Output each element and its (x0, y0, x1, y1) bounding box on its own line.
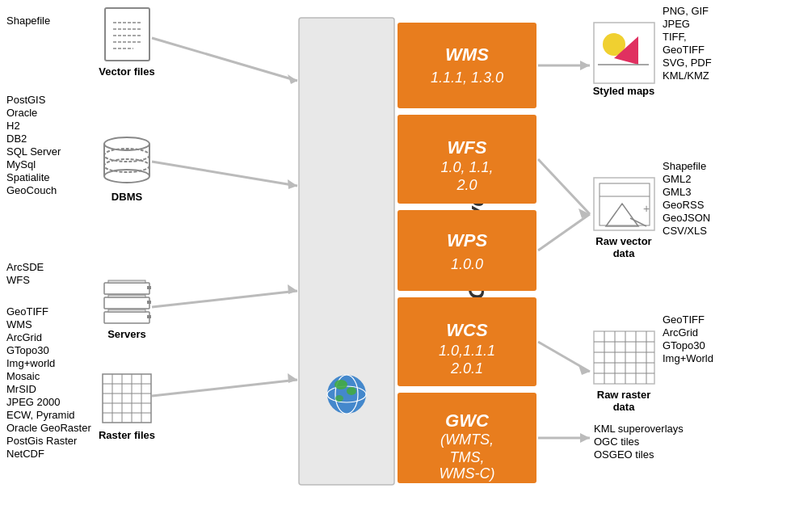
svg-text:GeoRSS: GeoRSS (663, 199, 705, 211)
svg-line-58 (152, 162, 297, 186)
svg-marker-63 (288, 373, 297, 383)
svg-text:Img+World: Img+World (663, 352, 713, 364)
svg-marker-99 (580, 433, 590, 443)
svg-rect-125 (594, 331, 654, 384)
svg-text:Servers: Servers (107, 328, 146, 340)
svg-rect-38 (104, 297, 149, 309)
svg-text:CSV/XLS: CSV/XLS (663, 225, 707, 237)
svg-text:GTopo30: GTopo30 (663, 339, 705, 351)
svg-text:(WMTS,: (WMTS, (440, 431, 494, 448)
svg-text:GML3: GML3 (663, 186, 691, 198)
svg-line-93 (538, 159, 590, 214)
svg-text:H2: H2 (6, 120, 20, 132)
svg-text:2.0.1: 2.0.1 (450, 360, 483, 377)
svg-text:GTopo30: GTopo30 (6, 344, 49, 356)
svg-text:WFS: WFS (6, 274, 30, 286)
svg-text:Mosaic: Mosaic (6, 370, 40, 382)
svg-text:MySql: MySql (6, 158, 36, 170)
svg-text:MrSID: MrSID (6, 383, 36, 395)
svg-text:OSGEO tiles: OSGEO tiles (594, 448, 654, 461)
svg-text:JPEG: JPEG (663, 18, 690, 30)
svg-text:GeoTIFF: GeoTIFF (663, 314, 705, 326)
svg-text:ArcGrid: ArcGrid (6, 331, 42, 343)
svg-text:Raster files: Raster files (99, 429, 155, 441)
svg-rect-39 (108, 295, 145, 297)
svg-rect-44 (147, 315, 151, 318)
svg-text:Img+world: Img+world (6, 357, 55, 369)
svg-rect-112 (600, 183, 650, 225)
svg-text:2.0: 2.0 (456, 177, 477, 193)
svg-text:KML/KMZ: KML/KMZ (663, 69, 709, 82)
svg-text:1.0,1.1.1: 1.0,1.1.1 (439, 343, 495, 359)
svg-text:WFS: WFS (448, 137, 487, 158)
svg-text:1.1.1, 1.3.0: 1.1.1, 1.3.0 (431, 69, 503, 86)
svg-text:PNG, GIF: PNG, GIF (663, 5, 709, 17)
svg-text:DBMS: DBMS (111, 191, 143, 203)
svg-point-68 (334, 380, 347, 389)
svg-text:SQL Server: SQL Server (6, 145, 61, 158)
svg-marker-59 (288, 179, 297, 189)
svg-text:TIFF,: TIFF, (663, 31, 687, 43)
svg-text:NetCDF: NetCDF (6, 448, 44, 460)
svg-text:Styled maps: Styled maps (593, 85, 655, 97)
diagram-container: Shapefile PostGIS Oracle H2 DB2 SQL Serv… (0, 0, 812, 505)
svg-text:1.0, 1.1,: 1.0, 1.1, (440, 159, 493, 175)
svg-line-56 (152, 38, 297, 81)
svg-rect-37 (108, 280, 145, 283)
svg-text:+: + (643, 202, 650, 215)
svg-text:WMS: WMS (445, 44, 489, 65)
svg-text:Oracle: Oracle (6, 107, 37, 119)
svg-text:JPEG 2000: JPEG 2000 (6, 396, 61, 408)
svg-text:KML superoverlays: KML superoverlays (594, 423, 684, 435)
svg-text:Raw raster: Raw raster (597, 389, 650, 401)
svg-line-96 (538, 342, 590, 372)
svg-text:ECW, Pyramid: ECW, Pyramid (6, 409, 75, 421)
svg-text:PostGis Raster: PostGis Raster (6, 435, 78, 447)
svg-text:1.0.0: 1.0.0 (451, 256, 483, 272)
svg-text:WPS: WPS (447, 230, 487, 250)
svg-rect-64 (299, 18, 394, 485)
svg-text:Vector files: Vector files (99, 65, 154, 78)
svg-text:Raw vector: Raw vector (595, 235, 651, 247)
shapefile-label: Shapefile (6, 15, 50, 27)
svg-text:GML2: GML2 (663, 173, 691, 185)
svg-marker-61 (288, 284, 297, 294)
svg-text:Oracle GeoRaster: Oracle GeoRaster (6, 422, 91, 434)
svg-text:GeoTIFF: GeoTIFF (663, 44, 705, 56)
svg-rect-79 (398, 210, 536, 291)
svg-line-95 (538, 214, 590, 250)
svg-text:GeoTIFF: GeoTIFF (6, 305, 48, 318)
svg-text:WMS-C): WMS-C) (440, 465, 495, 482)
svg-line-60 (152, 291, 297, 307)
svg-rect-41 (108, 309, 145, 312)
svg-rect-46 (103, 374, 151, 423)
svg-text:data: data (613, 401, 636, 413)
svg-point-70 (335, 395, 343, 402)
svg-line-62 (152, 380, 297, 396)
svg-rect-22 (105, 8, 149, 61)
svg-text:SVG, PDF: SVG, PDF (663, 57, 712, 69)
svg-text:GeoJSON: GeoJSON (663, 212, 710, 224)
svg-text:DB2: DB2 (6, 133, 27, 145)
svg-text:WMS: WMS (6, 318, 32, 330)
svg-text:data: data (613, 247, 636, 259)
svg-rect-42 (147, 286, 151, 289)
svg-point-69 (347, 387, 356, 395)
svg-text:PostGIS: PostGIS (6, 94, 46, 106)
svg-rect-72 (398, 23, 536, 108)
svg-text:GeoCouch: GeoCouch (6, 184, 57, 196)
svg-rect-36 (104, 283, 149, 294)
svg-text:ArcSDE: ArcSDE (6, 261, 44, 273)
svg-text:ArcGrid: ArcGrid (663, 326, 698, 339)
svg-text:TMS,: TMS, (450, 449, 485, 465)
svg-rect-43 (147, 301, 151, 304)
svg-text:OGC tiles: OGC tiles (594, 436, 640, 448)
svg-text:Shapefile: Shapefile (663, 160, 706, 172)
svg-rect-40 (104, 312, 149, 323)
svg-text:Spatialite: Spatialite (6, 171, 49, 183)
svg-text:WCS: WCS (446, 320, 488, 340)
svg-point-65 (327, 375, 366, 414)
svg-text:GWC: GWC (445, 410, 490, 431)
svg-marker-92 (580, 61, 590, 70)
